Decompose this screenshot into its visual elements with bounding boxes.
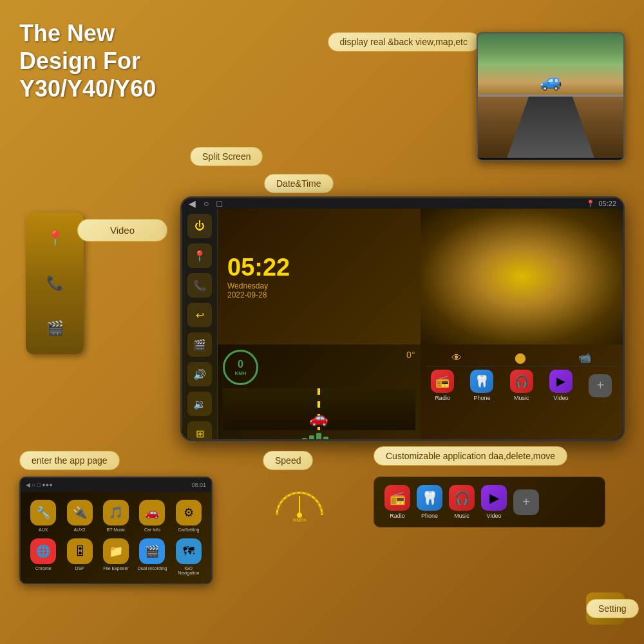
camera-icon[interactable]: 📹: [578, 352, 591, 364]
dsp-label: DSP: [75, 566, 84, 571]
app-aux[interactable]: 🔧 AUX: [28, 500, 58, 532]
sidebar-video2-icon[interactable]: 🎬: [187, 332, 212, 357]
dsp-icon: 🎛: [67, 538, 93, 564]
app-car-info[interactable]: 🚗 Car Info: [137, 500, 167, 532]
custom-apps-panel: 📻 Radio 🦷 Phone 🎧 Music ▶ Video +: [374, 477, 605, 527]
sidebar-vol-icon[interactable]: 🔊: [187, 362, 212, 386]
app-bt-music[interactable]: 🎵 BT Music: [101, 500, 131, 532]
device-inner: ◀ ○ □ 📍 05:22 ⏻ 📍 📞 ↩ 🎬 🔊 🔉 ⊞ ⚙: [182, 198, 623, 439]
car-info-icon: 🚗: [139, 500, 165, 526]
recent-icon[interactable]: □: [216, 198, 222, 209]
sidebar-nav-icon[interactable]: 📍: [187, 243, 212, 268]
sidebar-back-icon[interactable]: ↩: [187, 303, 212, 327]
igo-nav-label: iGO Navigation: [174, 566, 204, 575]
callout-speed: Speed: [263, 451, 313, 470]
music-app[interactable]: 🎧 Music: [510, 370, 533, 401]
custom-add-button[interactable]: +: [513, 489, 539, 515]
speedometer-svg: KM/H: [270, 477, 328, 522]
clock-time: 05:22: [227, 254, 411, 281]
app-grid: 🔧 AUX 🔌 AUX2 🎵 BT Music 🚗 Car Info ⚙ Car…: [21, 492, 211, 583]
custom-video-label: Video: [487, 513, 502, 519]
app-carsetting[interactable]: ⚙ CarSetting: [174, 500, 204, 532]
radio-app[interactable]: 📻 Radio: [431, 370, 454, 401]
back-icon[interactable]: ◀: [189, 198, 196, 209]
car-widget: 0 KMH 0° 🚗: [218, 345, 421, 441]
aux2-icon: 🔌: [67, 500, 93, 526]
status-time: 05:22: [598, 200, 616, 207]
igo-nav-icon: 🗺: [176, 538, 202, 564]
phone-icon[interactable]: 📞: [39, 267, 71, 299]
video-app[interactable]: ▶ Video: [549, 370, 573, 401]
device-status-right: 📍 05:22: [586, 200, 616, 208]
sidebar-power-icon[interactable]: ⏻: [187, 214, 212, 238]
app-aux2[interactable]: 🔌 AUX2: [64, 500, 94, 532]
sidebar-phone-icon[interactable]: 📞: [187, 273, 212, 298]
phone-app[interactable]: 🦷 Phone: [470, 370, 493, 401]
app-file-explorer[interactable]: 📁 File Explorer: [101, 538, 131, 575]
chrome-label: Chrome: [35, 566, 52, 571]
custom-music-label: Music: [454, 513, 469, 519]
custom-phone-icon: 🦷: [417, 485, 442, 511]
speed-meter: KM/H: [267, 473, 332, 525]
dual-recording-icon: 🎬: [139, 538, 165, 564]
callout-enter-app: enter the app page: [19, 451, 120, 470]
video-label[interactable]: Video: [77, 219, 167, 242]
car-info-label: Car Info: [144, 527, 160, 532]
callout-customizable: Customizable application daa,delete,move: [374, 446, 567, 466]
custom-music[interactable]: 🎧 Music: [449, 485, 475, 519]
video-app-label: Video: [554, 395, 569, 401]
custom-music-icon: 🎧: [449, 485, 475, 511]
music-label: Music: [514, 395, 529, 401]
location-icon: 📍: [586, 200, 595, 208]
app-igo-nav[interactable]: 🗺 iGO Navigation: [174, 538, 204, 575]
app-topbar: ◀ ○ □ ●●● 08:01: [21, 478, 211, 492]
left-panel: 📍 📞 🎬: [26, 213, 84, 354]
aux-icon: 🔧: [30, 500, 56, 526]
carsetting-icon: ⚙: [176, 500, 202, 526]
backview-container: 🚙: [477, 32, 625, 161]
app-nav-icons: ◀ ○ □ ●●●: [26, 482, 53, 488]
backview-car-icon: 🚙: [540, 70, 562, 91]
main-device: ◀ ○ □ 📍 05:22 ⏻ 📍 📞 ↩ 🎬 🔊 🔉 ⊞ ⚙: [180, 196, 625, 441]
add-app-button[interactable]: +: [589, 374, 612, 397]
bt-music-label: BT Music: [106, 527, 125, 532]
app-page-screen: ◀ ○ □ ●●● 08:01 🔧 AUX 🔌 AUX2 🎵 BT Music …: [19, 477, 213, 584]
setting-section: ⚙ Setting: [586, 592, 625, 625]
car-road: 🚗: [223, 388, 415, 430]
temp-display: 0°: [406, 350, 415, 360]
device-nav-icons: ◀ ○ □: [189, 198, 222, 209]
carsetting-label: CarSetting: [178, 527, 199, 532]
custom-phone-label: Phone: [421, 513, 438, 519]
app-topbar-time: 08:01: [191, 482, 206, 488]
file-explorer-icon: 📁: [103, 538, 129, 564]
app-dual-recording[interactable]: 🎬 Dual recording: [137, 538, 167, 575]
video-icon[interactable]: 🎬: [39, 312, 71, 345]
callout-split-screen: Split Screen: [190, 147, 263, 166]
svg-text:KM/H: KM/H: [293, 517, 306, 522]
record-dot-icon: ⬤: [515, 352, 526, 364]
speed-gauge: 0 KMH: [223, 350, 258, 385]
app-icons-row: 📻 Radio 🦷 Phone 🎧 Music ▶ Video: [426, 370, 618, 401]
custom-video-icon: ▶: [481, 485, 507, 511]
sidebar-grid-icon[interactable]: ⊞: [187, 421, 212, 441]
speed-display: 0 KMH 0°: [223, 350, 415, 385]
nav-icon[interactable]: 📍: [39, 222, 71, 254]
play-icon: ▶: [549, 370, 573, 393]
device-screen: ⏻ 📍 📞 ↩ 🎬 🔊 🔉 ⊞ ⚙ 05:22 Wednesday 2022-0…: [182, 209, 623, 441]
custom-radio-icon: 📻: [384, 485, 410, 511]
backview-bottom: [478, 97, 623, 158]
sidebar-vol2-icon[interactable]: 🔉: [187, 392, 212, 416]
app-dsp[interactable]: 🎛 DSP: [64, 538, 94, 575]
tunnel-widget: [421, 209, 623, 345]
headphone-icon: 🎧: [510, 370, 533, 393]
backview-road: [507, 97, 594, 158]
custom-video[interactable]: ▶ Video: [481, 485, 507, 519]
home-icon[interactable]: ○: [204, 198, 209, 209]
custom-radio[interactable]: 📻 Radio: [384, 485, 410, 519]
custom-phone[interactable]: 🦷 Phone: [417, 485, 442, 519]
camera-row: 👁 ⬤ 📹: [426, 350, 618, 366]
eye-icon[interactable]: 👁: [451, 352, 462, 364]
app-chrome[interactable]: 🌐 Chrome: [28, 538, 58, 575]
callout-display-real: display real &back view,map,etc: [328, 32, 480, 52]
aux2-label: AUX2: [73, 527, 85, 532]
